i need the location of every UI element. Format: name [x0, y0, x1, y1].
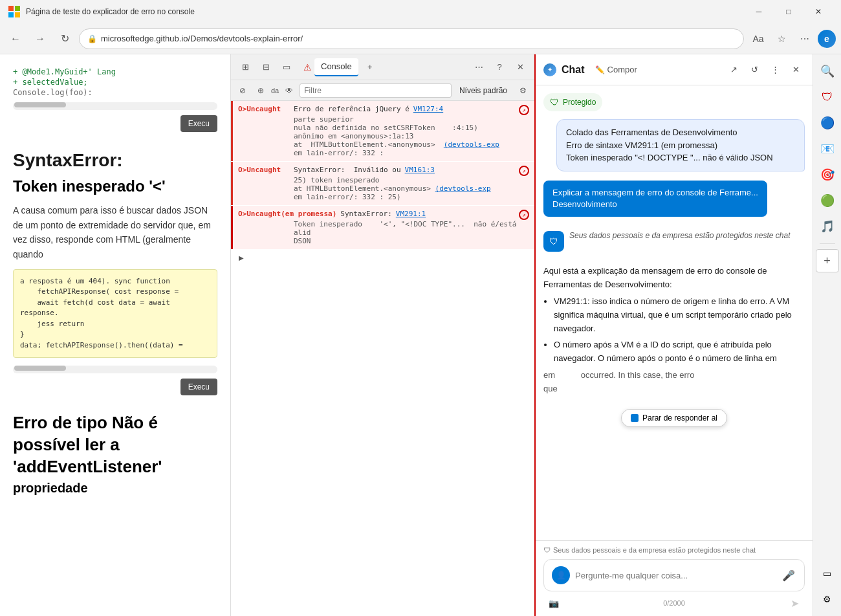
- chat-header: ✦ Chat ✏️ Compor ↗ ↺ ⋮ ✕: [536, 54, 813, 85]
- webpage-area: + @Mode1.MyGuid+' Lang + selectedValue; …: [0, 54, 230, 616]
- add-tab-btn[interactable]: +: [361, 58, 379, 76]
- protected-text: Protegido: [563, 98, 596, 107]
- error-icon-1[interactable]: ↗: [519, 105, 529, 115]
- camera-btn[interactable]: 📷: [546, 595, 562, 611]
- stop-responding-btn[interactable]: Parar de responder al: [621, 409, 727, 427]
- company-shield-icon: 🛡: [543, 231, 564, 252]
- user-message: Colado das Ferramentas de Desenvolviment…: [556, 119, 805, 171]
- scrollbar-h-1[interactable]: [13, 102, 217, 110]
- error-link-2[interactable]: VM161:3: [405, 166, 435, 174]
- user-message-text: Colado das Ferramentas de Desenvolviment…: [566, 127, 773, 162]
- nav-right-buttons: Aa ☆ ⋯ e: [748, 28, 836, 49]
- console-tab[interactable]: Console: [314, 58, 358, 76]
- company-protection-text: Seus dados pessoais e da empresa estão p…: [569, 231, 791, 240]
- stop-label: Parar de responder al: [642, 413, 717, 423]
- refresh-button[interactable]: ↻: [54, 28, 75, 49]
- address-bar[interactable]: 🔒 microsoftedge.github.io/Demos/devtools…: [79, 28, 744, 49]
- error-sub-10: DSON: [294, 237, 529, 245]
- favorites-button[interactable]: ☆: [771, 28, 792, 49]
- chat-refresh-btn[interactable]: ↺: [745, 61, 763, 79]
- forward-button[interactable]: →: [30, 28, 50, 49]
- devtools-help-btn[interactable]: ?: [490, 58, 508, 76]
- edge-profile-icon[interactable]: e: [818, 30, 836, 48]
- footer-row: 📷 0/2000 ➤: [543, 595, 805, 611]
- devtools-panel: ⊞ ⊟ ▭ ⚠ Console + ⋯ ? ✕ ⊘ ⊕ da 👁: [230, 54, 534, 616]
- explain-error-btn[interactable]: Explicar a mensagem de erro do console d…: [543, 181, 767, 217]
- levels-btn[interactable]: Níveis padrão: [454, 85, 512, 96]
- favicon: [8, 5, 21, 18]
- stop-btn-container: Parar de responder al: [543, 409, 805, 427]
- devtools-overflow-btn[interactable]: ⋯: [470, 58, 488, 76]
- chat-footer: 🛡 Seus dados pessoais e da empresa estão…: [536, 540, 813, 616]
- console-error-1: O>Uncaught Erro de referência jQuery é V…: [231, 101, 534, 161]
- execute-button-1[interactable]: Execu: [180, 115, 217, 132]
- chat-input-field[interactable]: [575, 571, 776, 580]
- sidebar-search-btn[interactable]: 🔍: [816, 60, 839, 83]
- sidebar-circle-btn[interactable]: 🔵: [816, 111, 839, 135]
- sidebar-bottom-btn2[interactable]: ⚙: [816, 588, 839, 611]
- devtools-dock-side[interactable]: ▭: [278, 58, 296, 76]
- mic-button[interactable]: 🎤: [781, 567, 796, 583]
- error-sub-7: at HTMLButtonElement.<anonymous> (devtoo…: [294, 184, 529, 193]
- company-protection: 🛡 Seus dados pessoais e da empresa estão…: [543, 226, 805, 257]
- error-link-3[interactable]: VM291:1: [396, 210, 426, 218]
- chat-open-btn[interactable]: ↗: [725, 61, 743, 79]
- console-error-2: O>Uncaught SyntaxError: Inválido ou VM16…: [231, 162, 534, 205]
- devtools-dock-btn[interactable]: ⊞: [236, 58, 254, 76]
- error-icon-2[interactable]: ↗: [519, 166, 529, 176]
- main-area: + @Mode1.MyGuid+' Lang + selectedValue; …: [0, 54, 841, 616]
- copilot-icon: ✦: [543, 63, 556, 76]
- syntax-error-heading: SyntaxError:: [13, 149, 217, 172]
- sidebar-music-btn[interactable]: 🎵: [816, 215, 839, 238]
- right-sidebar: 🔍 🛡 🔵 📧 🎯 🟢 🎵 + ▭ ⚙: [813, 54, 841, 616]
- close-button[interactable]: ✕: [803, 0, 833, 23]
- ai-response-list: VM291:1: isso indica o número de origem …: [554, 295, 805, 365]
- sidebar-green-btn[interactable]: 🟢: [816, 189, 839, 212]
- filter-input[interactable]: [300, 83, 452, 98]
- url-text: microsoftedge.github.io/Demos/devtools-e…: [101, 34, 736, 43]
- ai-response-intro: Aqui está a explicação da mensagem de er…: [543, 265, 805, 292]
- compose-btn[interactable]: ✏️ Compor: [595, 65, 637, 74]
- footer-protection-text: Seus dados pessoais e da empresa estão p…: [553, 546, 756, 554]
- devtools-settings-btn[interactable]: ⚙: [515, 83, 530, 98]
- scrollbar-h-2[interactable]: [13, 366, 217, 373]
- sidebar-mail-btn[interactable]: 📧: [816, 137, 839, 160]
- chat-more-btn[interactable]: ⋮: [766, 61, 784, 79]
- sidebar-target-btn[interactable]: 🎯: [816, 163, 839, 186]
- expand-section: ▶: [231, 250, 534, 265]
- sidebar-add-btn[interactable]: +: [816, 249, 839, 272]
- minimize-button[interactable]: ─: [744, 0, 774, 23]
- chat-close-btn[interactable]: ✕: [787, 61, 805, 79]
- expand-arrow[interactable]: ▶: [236, 253, 246, 263]
- maximize-button[interactable]: □: [774, 0, 803, 23]
- syntax-error-sub: Token inesperado '<': [13, 177, 217, 195]
- clear-console-btn[interactable]: ⊘: [235, 83, 250, 98]
- protected-badge: 🛡 Protegido: [543, 93, 602, 111]
- eye-btn[interactable]: 👁: [281, 83, 297, 98]
- chat-panel: ✦ Chat ✏️ Compor ↗ ↺ ⋮ ✕ 🛡 Protegid: [534, 54, 813, 616]
- devtools-more: ⋯ ? ✕: [470, 58, 529, 76]
- back-button[interactable]: ←: [5, 28, 26, 49]
- error-icon-3-highlighted[interactable]: ↗: [519, 210, 529, 220]
- execute-button-2[interactable]: Execu: [180, 379, 217, 395]
- stop-icon: [631, 414, 639, 422]
- chat-header-right: ↗ ↺ ⋮ ✕: [725, 61, 805, 79]
- sidebar-bottom-btn1[interactable]: ▭: [816, 562, 839, 585]
- footer-shield-icon: 🛡: [543, 546, 551, 554]
- error-devtools-link-1[interactable]: (devtools-exp: [444, 140, 499, 149]
- console-messages: O>Uncaught Erro de referência jQuery é V…: [231, 101, 534, 616]
- devtools-close-btn[interactable]: ✕: [511, 58, 529, 76]
- more-button[interactable]: ⋯: [794, 28, 815, 49]
- error-devtools-link-2[interactable]: (devtools-exp: [435, 184, 491, 193]
- windows-logo: [8, 6, 20, 17]
- sidebar-shield-btn[interactable]: 🛡: [816, 85, 839, 109]
- send-button[interactable]: ➤: [787, 595, 802, 611]
- code-block-1: a resposta é um 404). sync function fetc…: [13, 269, 217, 358]
- devtools-dock-btn2[interactable]: ⊟: [257, 58, 275, 76]
- error-link-1[interactable]: VM127:4: [413, 105, 443, 113]
- chat-messages-area: 🛡 Protegido Colado das Ferramentas de De…: [536, 85, 813, 540]
- error-text-3: SyntaxError:: [340, 210, 391, 218]
- read-aloud-button[interactable]: Aa: [748, 28, 769, 49]
- ai-partial-text: em occurred. In this case, the erroque: [543, 369, 805, 396]
- filter-btn[interactable]: ⊕: [253, 83, 268, 98]
